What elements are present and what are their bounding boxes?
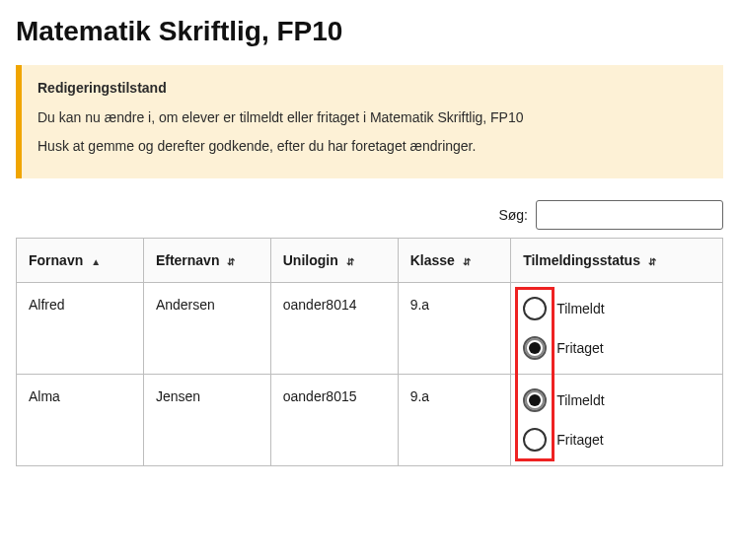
sort-both-icon: ⇵ (346, 256, 354, 267)
radio-tilmeldt[interactable]: Tilmeldt (523, 388, 710, 412)
radio-dot-icon (523, 428, 547, 452)
alert-line-1: Du kan nu ændre i, om elever er tilmeldt… (37, 106, 707, 128)
cell-fornavn: Alma (17, 375, 144, 466)
radio-label: Tilmeldt (556, 392, 605, 408)
radio-label: Tilmeldt (556, 301, 605, 316)
radio-dot-icon (523, 336, 547, 360)
radio-fritaget[interactable]: Fritaget (523, 428, 710, 452)
students-table: Fornavn ▲ Efternavn ⇵ Unilogin ⇵ Klasse … (16, 238, 723, 466)
table-row: AlmaJensenoander80159.aTilmeldtFritaget (17, 375, 723, 466)
radio-dot-icon (523, 388, 547, 412)
radio-label: Fritaget (556, 340, 603, 356)
col-efternavn[interactable]: Efternavn ⇵ (143, 239, 270, 283)
sort-both-icon: ⇵ (463, 256, 471, 267)
alert-heading: Redigeringstilstand (37, 77, 707, 99)
sort-both-icon: ⇵ (648, 256, 656, 267)
radio-tilmeldt[interactable]: Tilmeldt (523, 297, 710, 320)
sort-both-icon: ⇵ (227, 256, 235, 267)
cell-efternavn: Andersen (143, 283, 270, 375)
alert-line-2: Husk at gemme og derefter godkende, efte… (37, 135, 707, 157)
col-fornavn[interactable]: Fornavn ▲ (17, 239, 144, 283)
cell-status: TilmeldtFritaget (511, 375, 723, 466)
cell-unilogin: oander8014 (270, 283, 398, 375)
page-title: Matematik Skriftlig, FP10 (16, 16, 723, 47)
table-row: AlfredAndersenoander80149.aTilmeldtFrita… (17, 283, 723, 375)
search-row: Søg: (16, 200, 723, 230)
col-status[interactable]: Tilmeldingsstatus ⇵ (511, 239, 723, 283)
sort-asc-icon: ▲ (91, 256, 101, 267)
col-efternavn-label: Efternavn (156, 252, 220, 268)
radio-dot-icon (523, 297, 547, 320)
cell-fornavn: Alfred (17, 283, 144, 375)
edit-mode-alert: Redigeringstilstand Du kan nu ændre i, o… (16, 65, 723, 178)
search-input[interactable] (536, 200, 723, 230)
cell-status: TilmeldtFritaget (511, 283, 723, 375)
search-label: Søg: (498, 207, 528, 223)
cell-klasse: 9.a (398, 375, 511, 466)
cell-efternavn: Jensen (143, 375, 270, 466)
radio-label: Fritaget (556, 432, 603, 448)
col-klasse-label: Klasse (410, 252, 455, 268)
cell-klasse: 9.a (398, 283, 511, 375)
table-header-row: Fornavn ▲ Efternavn ⇵ Unilogin ⇵ Klasse … (17, 239, 723, 283)
col-status-label: Tilmeldingsstatus (523, 252, 640, 268)
cell-unilogin: oander8015 (270, 375, 398, 466)
radio-fritaget[interactable]: Fritaget (523, 336, 710, 360)
col-unilogin[interactable]: Unilogin ⇵ (270, 239, 398, 283)
col-fornavn-label: Fornavn (29, 252, 83, 268)
col-unilogin-label: Unilogin (283, 252, 338, 268)
col-klasse[interactable]: Klasse ⇵ (398, 239, 511, 283)
